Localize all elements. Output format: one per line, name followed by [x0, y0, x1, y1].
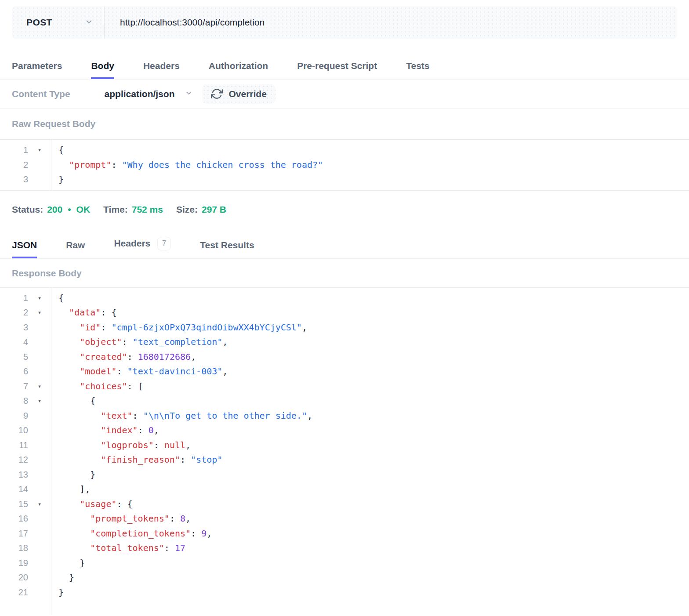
- override-button[interactable]: Override: [202, 84, 275, 104]
- code-line[interactable]: }: [58, 570, 689, 585]
- line-number: 10: [0, 425, 28, 435]
- status-separator-dot: •: [68, 204, 71, 215]
- gutter-line: 3: [0, 172, 51, 187]
- request-tabs: Parameters Body Headers Authorization Pr…: [0, 39, 689, 80]
- time-group: Time: 752 ms: [103, 204, 163, 215]
- headers-count-badge: 7: [157, 237, 171, 250]
- gutter-line: 12: [0, 453, 51, 467]
- code-line[interactable]: {: [58, 143, 689, 158]
- request-url-bar: POST http://localhost:3000/api/completio…: [12, 6, 677, 39]
- triangle-down-fold-icon[interactable]: ▾: [28, 501, 51, 507]
- code-line[interactable]: "created": 1680172686,: [58, 350, 689, 365]
- method-label: POST: [26, 17, 52, 28]
- code-line[interactable]: }: [58, 556, 689, 571]
- request-editor-code[interactable]: { "prompt": "Why does the chicken cross …: [51, 140, 689, 190]
- tab-tests[interactable]: Tests: [406, 61, 429, 79]
- gutter-line: 11: [0, 438, 51, 453]
- gutter-line: 9: [0, 409, 51, 424]
- method-dropdown[interactable]: POST: [12, 6, 104, 39]
- gutter-line: 1▾: [0, 291, 51, 306]
- line-number: 17: [0, 529, 28, 539]
- code-line[interactable]: {: [58, 394, 689, 409]
- line-number: 12: [0, 455, 28, 465]
- code-line[interactable]: {: [58, 291, 689, 306]
- response-status-bar: Status: 200 • OK Time: 752 ms Size: 297 …: [0, 191, 689, 228]
- code-line[interactable]: ],: [58, 482, 689, 497]
- content-type-row: Content Type application/json Override: [0, 80, 689, 109]
- code-line[interactable]: "prompt_tokens": 8,: [58, 511, 689, 526]
- content-type-label: Content Type: [12, 89, 70, 99]
- gutter-line: 14: [0, 482, 51, 497]
- line-number: 4: [0, 337, 28, 347]
- line-number: 3: [0, 174, 28, 185]
- line-number: 16: [0, 514, 28, 524]
- response-tabs: JSON Raw Headers 7 Test Results: [0, 228, 689, 259]
- triangle-down-fold-icon[interactable]: ▾: [28, 147, 51, 153]
- override-label: Override: [228, 89, 266, 99]
- code-line[interactable]: "completion_tokens": 9,: [58, 526, 689, 541]
- code-line[interactable]: "logprobs": null,: [58, 438, 689, 453]
- gutter-line: 6: [0, 364, 51, 379]
- response-editor-code[interactable]: { "data": { "id": "cmpl-6zjxOPxQ73qindOi…: [51, 288, 689, 615]
- res-tab-test-results[interactable]: Test Results: [200, 240, 254, 258]
- line-number: 6: [0, 366, 28, 377]
- tab-parameters[interactable]: Parameters: [12, 61, 62, 79]
- gutter-line: 2▾: [0, 305, 51, 320]
- line-number: 20: [0, 573, 28, 583]
- url-input[interactable]: http://localhost:3000/api/completion: [105, 6, 677, 39]
- code-line[interactable]: }: [58, 467, 689, 482]
- line-number: 2: [0, 308, 28, 318]
- res-tab-headers[interactable]: Headers 7: [114, 237, 171, 258]
- line-number: 9: [0, 411, 28, 421]
- code-line[interactable]: }: [58, 172, 689, 187]
- tab-headers[interactable]: Headers: [143, 61, 180, 79]
- tab-pre-request-script[interactable]: Pre-request Script: [297, 61, 377, 79]
- status-text: OK: [76, 204, 91, 215]
- code-line[interactable]: "finish_reason": "stop": [58, 453, 689, 467]
- chevron-down-icon: [185, 89, 192, 98]
- code-line[interactable]: "object": "text_completion",: [58, 335, 689, 350]
- line-number: 3: [0, 322, 28, 333]
- code-line[interactable]: "usage": {: [58, 497, 689, 512]
- size-label: Size:: [176, 204, 198, 215]
- gutter-line: 16: [0, 511, 51, 526]
- gutter-line: 2: [0, 158, 51, 173]
- gutter-line: 13: [0, 467, 51, 482]
- code-line[interactable]: "model": "text-davinci-003",: [58, 364, 689, 379]
- gutter-line: 19: [0, 556, 51, 571]
- code-line[interactable]: "choices": [: [58, 379, 689, 394]
- gutter-line: 7▾: [0, 379, 51, 394]
- line-number: 21: [0, 587, 28, 598]
- tab-authorization[interactable]: Authorization: [209, 61, 268, 79]
- code-line[interactable]: "data": {: [58, 305, 689, 320]
- res-tab-raw[interactable]: Raw: [66, 240, 85, 258]
- gutter-line: 10: [0, 423, 51, 438]
- triangle-down-fold-icon[interactable]: ▾: [28, 295, 51, 301]
- content-type-dropdown[interactable]: application/json: [105, 89, 193, 99]
- time-value: 752 ms: [132, 204, 163, 215]
- status-label: Status:: [12, 204, 43, 215]
- chevron-down-icon: [85, 18, 93, 28]
- code-line[interactable]: "total_tokens": 17: [58, 541, 689, 556]
- request-editor-gutter: 1▾23: [0, 140, 51, 190]
- code-line[interactable]: "index": 0,: [58, 423, 689, 438]
- line-number: 8: [0, 396, 28, 406]
- line-number: 14: [0, 484, 28, 494]
- status-code: 200: [47, 204, 62, 215]
- gutter-line: 20: [0, 570, 51, 585]
- gutter-line: 21: [0, 585, 51, 600]
- time-label: Time:: [103, 204, 128, 215]
- code-line[interactable]: "prompt": "Why does the chicken cross th…: [58, 158, 689, 173]
- line-number: 1: [0, 293, 28, 303]
- refresh-sync-icon: [211, 88, 223, 100]
- code-line[interactable]: "text": "\n\nTo get to the other side.",: [58, 409, 689, 424]
- tab-body[interactable]: Body: [91, 61, 114, 79]
- triangle-down-fold-icon[interactable]: ▾: [28, 384, 51, 389]
- line-number: 19: [0, 558, 28, 568]
- code-line[interactable]: "id": "cmpl-6zjxOPxQ73qindOibwXX4bYCjyCS…: [58, 320, 689, 335]
- triangle-down-fold-icon[interactable]: ▾: [28, 310, 51, 315]
- res-tab-json[interactable]: JSON: [12, 240, 37, 258]
- line-number: 15: [0, 499, 28, 509]
- code-line[interactable]: }: [58, 585, 689, 600]
- triangle-down-fold-icon[interactable]: ▾: [28, 398, 51, 404]
